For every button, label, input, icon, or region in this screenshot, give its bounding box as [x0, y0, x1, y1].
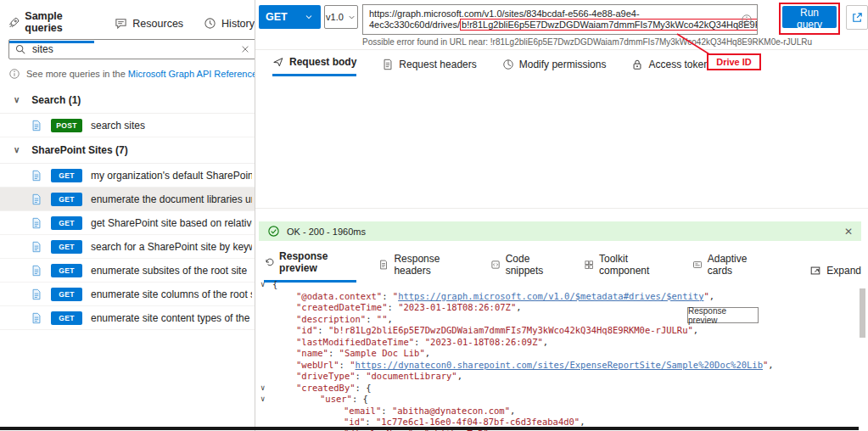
document-icon [31, 241, 42, 253]
code-line: "description": "", [255, 314, 856, 326]
divider [255, 208, 868, 209]
tab-label: Resources [132, 18, 183, 30]
toolkit-grid-icon [584, 259, 594, 271]
method-badge: GET [51, 169, 82, 182]
fold-chevron-icon[interactable]: ∨ [260, 394, 265, 406]
code-line: "name": "Sample Doc Lib", [255, 348, 856, 360]
query-label: enumerate site columns of the root site [91, 288, 252, 300]
tab-toolkit-component[interactable]: Toolkit component [584, 253, 670, 283]
status-text: OK - 200 - 1960ms [287, 227, 366, 237]
query-label: search sites [91, 120, 145, 132]
card-icon [692, 259, 703, 271]
method-badge: GET [51, 193, 82, 206]
document-icon [378, 259, 389, 271]
request-url-input[interactable]: https://graph.microsoft.com/v1.0/sites/8… [362, 4, 758, 35]
close-status-icon[interactable]: ✕ [844, 226, 853, 238]
document-icon [31, 265, 42, 277]
sample-query-item[interactable]: GETenumerate the document libraries unde… [0, 188, 255, 211]
tab-request-headers[interactable]: Request headers [382, 59, 476, 76]
method-label: GET [266, 11, 288, 23]
fold-chevron-icon[interactable]: ∨ [260, 279, 265, 291]
clear-search-icon[interactable] [240, 44, 250, 54]
sample-query-item[interactable]: GETenumerate site content types of the r… [0, 306, 255, 330]
tab-access-token[interactable]: Access token [631, 59, 708, 76]
fold-chevron-icon[interactable]: ∨ [260, 383, 265, 395]
url-error-hint: Possible error found in URL near: !r81Lg… [362, 37, 812, 47]
url-line2: 4ec3c330c60d/drives/b!r81Lg2bliE6p5E7Dwz… [369, 20, 735, 31]
section-header[interactable]: ∨SharePoint Sites (7) [0, 137, 255, 164]
document-icon [31, 217, 42, 229]
tab-response-headers[interactable]: Response headers [378, 253, 468, 283]
code-line: "createdDateTime": "2023-01-18T08:26:07Z… [255, 302, 856, 314]
permissions-icon [502, 59, 514, 70]
method-badge: POST [51, 119, 82, 132]
code-icon [490, 259, 501, 271]
success-check-icon [267, 225, 280, 238]
share-icon [851, 11, 864, 24]
document-icon [31, 288, 42, 300]
comment-icon [115, 17, 127, 30]
graph-explorer-window: Sample queries Resources History sites S… [0, 0, 868, 431]
run-query-button[interactable]: Run query [782, 6, 837, 28]
sample-query-item[interactable]: GETenumerate site columns of the root si… [0, 283, 255, 306]
main-panel: GET v1.0 https://graph.microsoft.com/v1.… [255, 0, 868, 431]
tab-code-snippets[interactable]: Code snippets [490, 253, 562, 283]
tab-response-preview[interactable]: Response preview [264, 250, 356, 283]
tab-request-body[interactable]: Request body [272, 56, 356, 76]
response-status-bar: OK - 200 - 1960ms ✕ [259, 221, 861, 241]
share-query-button[interactable] [846, 5, 868, 30]
method-dropdown[interactable]: GET [259, 5, 321, 29]
expand-icon [809, 265, 821, 277]
code-line: "lastModifiedDateTime": "2023-01-18T08:2… [255, 337, 856, 349]
method-badge: GET [51, 216, 82, 230]
sample-query-item[interactable]: GETsearch for a SharePoint site by keywo… [0, 235, 255, 259]
code-line: ∨"createdBy": { [255, 383, 856, 395]
sample-query-item[interactable]: GETget SharePoint site based on relative… [0, 211, 255, 235]
undo-arrow-icon [264, 256, 274, 268]
query-label: enumerate site content types of the root… [91, 312, 252, 324]
tab-resources[interactable]: Resources [115, 17, 183, 36]
code-line: ∨"user": { [255, 394, 856, 406]
sample-query-item[interactable]: GETmy organization's default SharePoint … [0, 164, 255, 188]
search-value: sites [32, 43, 234, 55]
query-label: enumerate the document libraries under t… [91, 193, 252, 205]
section-header[interactable]: ∨Search (1) [0, 87, 255, 114]
request-tabs: Request body Request headers Modify perm… [272, 56, 709, 76]
info-icon [8, 68, 20, 80]
send-icon [272, 56, 284, 68]
tab-label: Sample queries [25, 10, 94, 34]
drive-id-highlight: b!r81Lg2bliE6p5E7DwzDGDWaiam7dmmFIs7My3k… [460, 19, 758, 31]
drive-id-annotation-label: Drive ID [707, 53, 761, 70]
method-badge: GET [51, 311, 82, 325]
tab-history[interactable]: History [204, 17, 255, 36]
response-preview-editor[interactable]: ∨{"@odata.context": "https://graph.micro… [255, 279, 856, 431]
method-badge: GET [51, 288, 82, 301]
document-icon [382, 59, 394, 70]
method-badge: GET [51, 240, 82, 254]
rocket-icon [8, 16, 20, 29]
tab-modify-permissions[interactable]: Modify permissions [502, 59, 607, 76]
sample-query-item[interactable]: POSTsearch sites [0, 114, 255, 137]
chevron-down-icon [304, 12, 314, 22]
bottom-edge-bar [0, 427, 859, 430]
response-tabs: Response preview Response headers Code s… [264, 250, 861, 283]
see-more-queries-note: See more queries in the Microsoft Graph … [8, 68, 282, 80]
method-badge: GET [51, 264, 82, 277]
tab-adaptive-cards[interactable]: Adaptive cards [692, 253, 766, 283]
response-scrollbar[interactable] [860, 288, 865, 338]
sample-query-item[interactable]: GETenumerate subsites of the root site [0, 259, 255, 283]
document-icon [31, 312, 42, 324]
history-icon [204, 17, 216, 30]
info-text: See more queries in the [26, 69, 128, 79]
code-line: "email": "abitha@dynatecon.com", [255, 406, 856, 417]
version-dropdown[interactable]: v1.0 [324, 5, 358, 29]
chevron-down-icon: ∨ [14, 146, 20, 154]
code-line: "@odata.context": "https://graph.microso… [255, 291, 856, 303]
document-icon [31, 193, 42, 205]
document-icon [31, 120, 42, 132]
search-input[interactable]: sites [8, 39, 256, 59]
query-label: my organization's default SharePoint sit… [91, 170, 252, 182]
code-line: "driveType": "documentLibrary", [255, 371, 856, 383]
query-label: search for a SharePoint site by keyword [91, 241, 252, 253]
code-line: "webUrl": "https://dynatecon0.sharepoint… [255, 360, 856, 372]
